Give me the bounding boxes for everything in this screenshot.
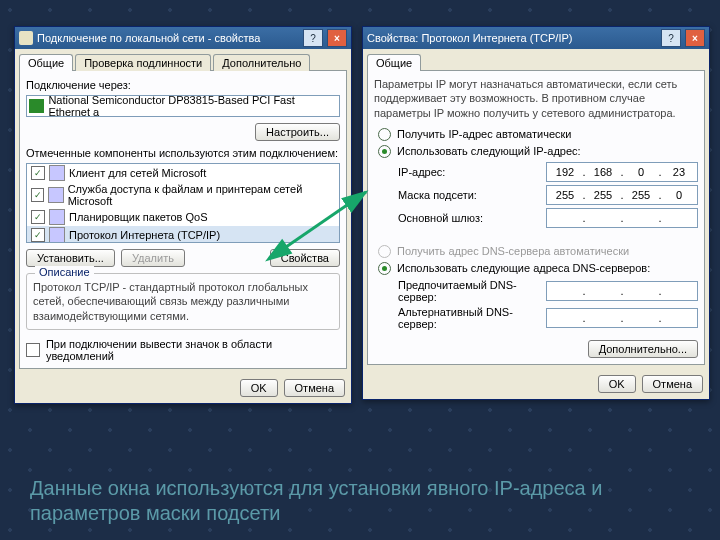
radio-auto-ip[interactable]: Получить IP-адрес автоматически	[378, 128, 698, 141]
ok-button[interactable]: OK	[598, 375, 636, 393]
tcpip-icon	[49, 227, 65, 243]
dns2-label: Альтернативный DNS-сервер:	[398, 306, 546, 330]
description-text: Протокол TCP/IP - стандартный протокол г…	[33, 280, 333, 323]
close-button[interactable]: ×	[327, 29, 347, 47]
install-button[interactable]: Установить...	[26, 249, 115, 267]
adapter-name: National Semiconductor DP83815-Based PCI…	[48, 94, 337, 118]
radio-auto-dns: Получить адрес DNS-сервера автоматически	[378, 245, 698, 258]
general-pane: Подключение через: National Semiconducto…	[19, 70, 347, 369]
lan-properties-window: Подключение по локальной сети - свойства…	[14, 26, 352, 404]
mask-label: Маска подсети:	[398, 189, 546, 201]
tab-general[interactable]: Общие	[367, 54, 421, 71]
dns1-label: Предпочитаемый DNS-сервер:	[398, 279, 546, 303]
configure-button[interactable]: Настроить...	[255, 123, 340, 141]
tab-auth[interactable]: Проверка подлинности	[75, 54, 211, 71]
list-item-tcpip[interactable]: ✓ Протокол Интернета (TCP/IP)	[27, 226, 339, 243]
remove-button: Удалить	[121, 249, 185, 267]
radio-manual-ip[interactable]: Использовать следующий IP-адрес:	[378, 145, 698, 158]
tray-checkbox[interactable]	[26, 343, 40, 357]
mask-input[interactable]: 255. 255. 255. 0	[546, 185, 698, 205]
dns1-input[interactable]: ...	[546, 281, 698, 301]
connect-via-label: Подключение через:	[26, 79, 340, 91]
radio-icon[interactable]	[378, 145, 391, 158]
help-button[interactable]: ?	[303, 29, 323, 47]
checkbox-icon[interactable]: ✓	[31, 228, 45, 242]
checkbox-icon[interactable]: ✓	[31, 188, 44, 202]
properties-button[interactable]: Свойства	[270, 249, 340, 267]
description-group: Описание Протокол TCP/IP - стандартный п…	[26, 273, 340, 330]
window-title: Подключение по локальной сети - свойства	[37, 32, 260, 44]
intro-text: Параметры IP могут назначаться автоматич…	[374, 77, 698, 120]
cancel-button[interactable]: Отмена	[642, 375, 703, 393]
checkbox-icon[interactable]: ✓	[31, 210, 45, 224]
adapter-combo[interactable]: National Semiconductor DP83815-Based PCI…	[26, 95, 340, 117]
service-icon	[48, 187, 63, 203]
gateway-input[interactable]: . . .	[546, 208, 698, 228]
ip-input[interactable]: 192. 168. 0. 23	[546, 162, 698, 182]
cancel-button[interactable]: Отмена	[284, 379, 345, 397]
ip-label: IP-адрес:	[398, 166, 546, 178]
titlebar[interactable]: Подключение по локальной сети - свойства…	[15, 27, 351, 49]
tray-label: При подключении вывести значок в области…	[46, 338, 340, 362]
radio-icon	[378, 245, 391, 258]
list-item[interactable]: ✓ Планировщик пакетов QoS	[27, 208, 339, 226]
checkbox-icon[interactable]: ✓	[31, 166, 45, 180]
ok-button[interactable]: OK	[240, 379, 278, 397]
help-button[interactable]: ?	[661, 29, 681, 47]
components-label: Отмеченные компоненты используются этим …	[26, 147, 340, 159]
titlebar[interactable]: Свойства: Протокол Интернета (TCP/IP) ? …	[363, 27, 709, 49]
tab-advanced[interactable]: Дополнительно	[213, 54, 310, 71]
radio-manual-dns[interactable]: Использовать следующие адреса DNS-сервер…	[378, 262, 698, 275]
nic-icon	[29, 99, 44, 113]
description-title: Описание	[35, 266, 94, 278]
tab-general[interactable]: Общие	[19, 54, 73, 71]
list-item[interactable]: ✓ Служба доступа к файлам и принтерам се…	[27, 182, 339, 208]
radio-icon[interactable]	[378, 262, 391, 275]
gateway-label: Основной шлюз:	[398, 212, 546, 224]
general-pane: Параметры IP могут назначаться автоматич…	[367, 70, 705, 365]
qos-icon	[49, 209, 65, 225]
dns2-input[interactable]: ...	[546, 308, 698, 328]
advanced-button[interactable]: Дополнительно...	[588, 340, 698, 358]
client-icon	[49, 165, 65, 181]
close-button[interactable]: ×	[685, 29, 705, 47]
components-list[interactable]: ✓ Клиент для сетей Microsoft ✓ Служба до…	[26, 163, 340, 243]
slide-caption: Данные окна используются для установки я…	[30, 476, 700, 526]
window-icon	[19, 31, 33, 45]
list-item[interactable]: ✓ Клиент для сетей Microsoft	[27, 164, 339, 182]
radio-icon[interactable]	[378, 128, 391, 141]
window-title: Свойства: Протокол Интернета (TCP/IP)	[367, 32, 572, 44]
tabs: Общие Проверка подлинности Дополнительно	[15, 49, 351, 70]
tcpip-properties-window: Свойства: Протокол Интернета (TCP/IP) ? …	[362, 26, 710, 400]
